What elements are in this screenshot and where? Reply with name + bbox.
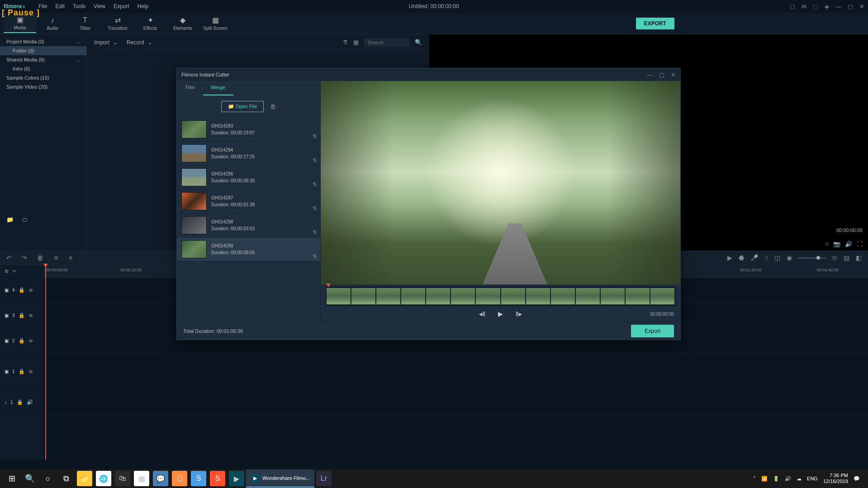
prev-button[interactable]: ◂Ⅱ bbox=[479, 310, 485, 317]
minimize-icon[interactable]: — bbox=[835, 3, 841, 10]
lock-icon[interactable]: 🔒 bbox=[19, 287, 25, 293]
clip-item[interactable]: GH014297Duration: 00:00:01:39⇅ bbox=[177, 190, 320, 213]
cutter-filmstrip[interactable] bbox=[325, 286, 676, 306]
menu-tools[interactable]: Tools bbox=[73, 3, 85, 9]
store-icon[interactable]: 🛍 bbox=[115, 471, 130, 486]
track-row[interactable] bbox=[43, 390, 868, 415]
app-icon[interactable]: ▶ bbox=[229, 471, 244, 486]
lock-icon[interactable]: 🔒 bbox=[19, 313, 25, 318]
options-icon[interactable]: ◧ bbox=[856, 254, 862, 261]
new-folder-icon[interactable]: 🗀 bbox=[22, 216, 28, 223]
dialog-titlebar[interactable]: Filmora Instant Cutter — ▢ ✕ bbox=[177, 68, 680, 81]
cutter-export-button[interactable]: Export bbox=[631, 325, 674, 337]
taskview-icon[interactable]: ⧉ bbox=[57, 469, 75, 488]
app-icon[interactable]: ▦ bbox=[134, 471, 149, 486]
clip-item[interactable]: GH014293Duration: 00:00:19:07⇅ bbox=[177, 118, 320, 142]
volume-icon[interactable]: 🔊 bbox=[845, 241, 852, 247]
minimize-icon[interactable]: — bbox=[647, 71, 653, 78]
zoom-fit-icon[interactable]: ⊙ bbox=[832, 254, 837, 261]
delete-icon[interactable]: 🗑 bbox=[37, 254, 43, 261]
app-icon[interactable]: S bbox=[191, 471, 206, 486]
track-head-1[interactable]: ▣ 1 🔒👁 bbox=[0, 354, 43, 390]
tab-split-screen[interactable]: ▦Split Screen bbox=[199, 14, 232, 33]
folder-icon[interactable]: 📁 bbox=[6, 216, 14, 223]
strip-playhead[interactable] bbox=[326, 284, 331, 287]
app-icon[interactable]: 💬 bbox=[153, 471, 168, 486]
taskbar-clock[interactable]: 7:36 PM 12/16/2019 bbox=[823, 473, 848, 484]
tree-project-media[interactable]: Project Media (0)⌄ bbox=[0, 37, 86, 46]
fullscreen-icon[interactable]: ⛶ bbox=[857, 241, 863, 247]
menu-export[interactable]: Export bbox=[114, 3, 129, 9]
clip-item[interactable]: GH014296Duration: 00:00:08:38⇅ bbox=[177, 166, 320, 190]
edit-icon[interactable]: ≡ bbox=[69, 254, 72, 261]
play-button[interactable]: ▶ bbox=[498, 310, 503, 317]
notify-icon[interactable]: ⬚ bbox=[813, 3, 818, 10]
chrome-icon[interactable]: 🌐 bbox=[96, 471, 111, 486]
record-dropdown[interactable]: Record⌄ bbox=[127, 39, 152, 46]
sort-icon[interactable]: ⇅ bbox=[313, 133, 317, 139]
zoom-slider[interactable] bbox=[798, 257, 825, 259]
sort-icon[interactable]: ⇅ bbox=[313, 157, 317, 163]
grid-icon[interactable]: ▦ bbox=[353, 39, 359, 46]
eye-icon[interactable]: 👁 bbox=[28, 288, 33, 293]
menu-view[interactable]: View bbox=[94, 3, 105, 9]
tree-shared-media[interactable]: Shared Media (6)⌄ bbox=[0, 55, 86, 64]
tab-transition[interactable]: ⇄Transition bbox=[101, 14, 134, 33]
tree-sample-colors[interactable]: Sample Colors (15) bbox=[0, 73, 86, 82]
wifi-icon[interactable]: 📶 bbox=[761, 476, 768, 482]
volume-icon[interactable]: 🔊 bbox=[785, 476, 791, 482]
app-icon[interactable]: Q bbox=[172, 471, 187, 486]
maximize-icon[interactable]: ▢ bbox=[848, 3, 853, 10]
taskbar-active-app[interactable]: ▶ Wondershare Filmo... bbox=[246, 469, 314, 488]
clip-item[interactable]: GH014299Duration: 00:00:09:55⇅ bbox=[177, 237, 320, 261]
snapshot-icon[interactable]: 📷 bbox=[833, 241, 840, 247]
eye-icon[interactable]: 👁 bbox=[28, 313, 33, 318]
cortana-icon[interactable]: ○ bbox=[39, 469, 57, 488]
scissors-icon[interactable]: ✂ bbox=[12, 268, 16, 274]
menu-help[interactable]: Help bbox=[138, 3, 149, 9]
crop-icon[interactable]: ◫ bbox=[774, 254, 780, 261]
filter-icon[interactable]: ⚗ bbox=[342, 39, 348, 46]
lock-icon[interactable]: 🔒 bbox=[19, 338, 25, 344]
notifications-icon[interactable]: 💬 bbox=[854, 476, 860, 482]
start-button[interactable]: ⊞ bbox=[3, 469, 21, 488]
menu-edit[interactable]: Edit bbox=[55, 3, 65, 9]
cut-icon[interactable]: ✕ bbox=[53, 254, 59, 261]
sort-icon[interactable]: ⇅ bbox=[313, 181, 317, 187]
lock-icon[interactable]: 🔒 bbox=[17, 399, 23, 405]
close-icon[interactable]: ✕ bbox=[671, 71, 676, 78]
track-head-audio-1[interactable]: ♪ 1 🔒🔊 bbox=[0, 390, 43, 415]
maximize-icon[interactable]: ▢ bbox=[659, 71, 664, 78]
lock-icon[interactable]: 🔒 bbox=[19, 369, 25, 374]
onedrive-icon[interactable]: ☁ bbox=[797, 476, 802, 482]
marker-icon[interactable]: ⬣ bbox=[739, 254, 744, 261]
playhead[interactable] bbox=[45, 265, 46, 460]
export-button[interactable]: EXPORT bbox=[636, 18, 674, 29]
mixer-icon[interactable]: ⎍ bbox=[764, 254, 768, 261]
play-icon[interactable]: ▶ bbox=[727, 254, 732, 261]
app-icon[interactable]: S bbox=[210, 471, 225, 486]
tab-titles[interactable]: TTitles bbox=[69, 14, 101, 33]
lightroom-icon[interactable]: Lr bbox=[316, 471, 332, 486]
search-input[interactable] bbox=[364, 38, 409, 47]
track-head-4[interactable]: ▣ 4 🔒👁 bbox=[0, 278, 43, 303]
render-icon[interactable]: ◉ bbox=[787, 254, 792, 261]
open-file-button[interactable]: 📁 Open File bbox=[221, 101, 264, 112]
import-dropdown[interactable]: Import⌄ bbox=[94, 39, 118, 46]
display-icon[interactable]: ⌑ bbox=[825, 241, 829, 247]
explorer-icon[interactable]: 📁 bbox=[77, 471, 92, 486]
eye-icon[interactable]: 👁 bbox=[28, 338, 33, 344]
next-button[interactable]: Ⅱ▸ bbox=[516, 310, 522, 317]
eye-icon[interactable]: 👁 bbox=[28, 369, 33, 374]
account-icon[interactable]: ◻ bbox=[790, 3, 795, 10]
tab-effects[interactable]: ✦Effects bbox=[134, 14, 166, 33]
tab-merge[interactable]: Merge bbox=[203, 81, 233, 95]
voiceover-icon[interactable]: 🎤 bbox=[750, 254, 758, 261]
tree-folder[interactable]: Folder (0) bbox=[0, 46, 86, 55]
sort-icon[interactable]: ⇅ bbox=[313, 253, 317, 259]
redo-icon[interactable]: ↷ bbox=[22, 254, 27, 261]
track-head-2[interactable]: ▣ 2 🔒👁 bbox=[0, 328, 43, 354]
tree-intro[interactable]: Intro (6) bbox=[0, 64, 86, 73]
search-icon[interactable]: 🔍 bbox=[415, 39, 422, 46]
tab-elements[interactable]: ◆Elements bbox=[166, 14, 199, 33]
